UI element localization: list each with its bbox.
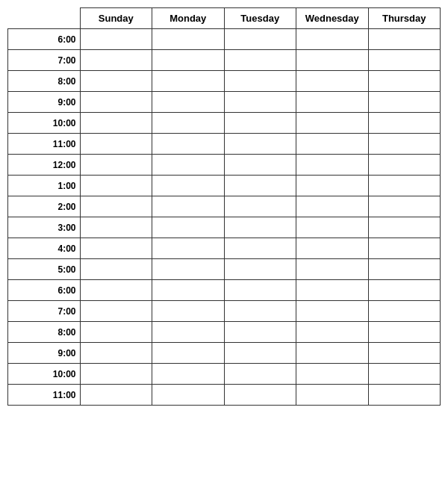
schedule-cell[interactable] (368, 196, 441, 217)
schedule-cell[interactable] (80, 217, 152, 238)
schedule-cell[interactable] (296, 196, 369, 217)
schedule-cell[interactable] (80, 50, 152, 71)
schedule-cell[interactable] (296, 50, 369, 71)
schedule-cell[interactable] (224, 176, 296, 196)
schedule-cell[interactable] (224, 301, 296, 322)
schedule-cell[interactable] (224, 113, 296, 134)
schedule-cell[interactable] (152, 364, 225, 385)
schedule-cell[interactable] (80, 259, 152, 280)
schedule-cell[interactable] (368, 322, 441, 343)
schedule-cell[interactable] (80, 238, 152, 259)
table-row[interactable]: 9:00 (8, 343, 441, 364)
schedule-cell[interactable] (224, 322, 296, 343)
schedule-cell[interactable] (152, 134, 225, 155)
schedule-cell[interactable] (296, 134, 369, 155)
schedule-cell[interactable] (224, 71, 296, 92)
schedule-cell[interactable] (152, 301, 225, 322)
schedule-cell[interactable] (224, 92, 296, 113)
schedule-cell[interactable] (80, 343, 152, 364)
table-row[interactable]: 2:00 (8, 196, 441, 217)
schedule-cell[interactable] (224, 280, 296, 301)
schedule-cell[interactable] (80, 71, 152, 92)
schedule-cell[interactable] (296, 217, 369, 238)
schedule-cell[interactable] (296, 280, 369, 301)
schedule-cell[interactable] (152, 238, 225, 259)
table-row[interactable]: 4:00 (8, 238, 441, 259)
table-row[interactable]: 3:00 (8, 217, 441, 238)
schedule-cell[interactable] (368, 29, 441, 50)
table-row[interactable]: 11:00 (8, 385, 441, 406)
schedule-cell[interactable] (296, 364, 369, 385)
schedule-cell[interactable] (296, 71, 369, 92)
table-row[interactable]: 7:00 (8, 301, 441, 322)
schedule-cell[interactable] (296, 113, 369, 134)
schedule-cell[interactable] (152, 113, 225, 134)
table-row[interactable]: 5:00 (8, 259, 441, 280)
schedule-cell[interactable] (80, 385, 152, 406)
schedule-cell[interactable] (152, 343, 225, 364)
schedule-cell[interactable] (368, 113, 441, 134)
table-row[interactable]: 8:00 (8, 322, 441, 343)
schedule-cell[interactable] (80, 196, 152, 217)
schedule-cell[interactable] (224, 29, 296, 50)
schedule-cell[interactable] (80, 92, 152, 113)
schedule-cell[interactable] (152, 322, 225, 343)
table-row[interactable]: 1:00 (8, 176, 441, 196)
schedule-cell[interactable] (368, 364, 441, 385)
schedule-cell[interactable] (224, 385, 296, 406)
schedule-cell[interactable] (152, 50, 225, 71)
table-row[interactable]: 7:00 (8, 50, 441, 71)
schedule-cell[interactable] (296, 155, 369, 176)
table-row[interactable]: 6:00 (8, 29, 441, 50)
schedule-cell[interactable] (152, 280, 225, 301)
schedule-cell[interactable] (224, 155, 296, 176)
schedule-cell[interactable] (368, 385, 441, 406)
schedule-cell[interactable] (368, 238, 441, 259)
schedule-cell[interactable] (368, 134, 441, 155)
schedule-cell[interactable] (224, 259, 296, 280)
schedule-cell[interactable] (80, 280, 152, 301)
schedule-cell[interactable] (224, 217, 296, 238)
schedule-cell[interactable] (80, 113, 152, 134)
schedule-cell[interactable] (368, 280, 441, 301)
schedule-cell[interactable] (224, 134, 296, 155)
schedule-cell[interactable] (368, 301, 441, 322)
table-row[interactable]: 8:00 (8, 71, 441, 92)
schedule-cell[interactable] (368, 217, 441, 238)
schedule-cell[interactable] (224, 364, 296, 385)
schedule-cell[interactable] (368, 92, 441, 113)
schedule-cell[interactable] (368, 50, 441, 71)
schedule-cell[interactable] (152, 155, 225, 176)
table-row[interactable]: 10:00 (8, 364, 441, 385)
schedule-cell[interactable] (80, 155, 152, 176)
schedule-cell[interactable] (368, 155, 441, 176)
table-row[interactable]: 11:00 (8, 134, 441, 155)
schedule-cell[interactable] (368, 259, 441, 280)
schedule-cell[interactable] (152, 217, 225, 238)
schedule-cell[interactable] (296, 259, 369, 280)
schedule-cell[interactable] (296, 238, 369, 259)
schedule-cell[interactable] (152, 196, 225, 217)
schedule-cell[interactable] (152, 71, 225, 92)
schedule-cell[interactable] (224, 238, 296, 259)
schedule-cell[interactable] (368, 176, 441, 196)
schedule-cell[interactable] (296, 176, 369, 196)
schedule-cell[interactable] (152, 92, 225, 113)
schedule-cell[interactable] (80, 29, 152, 50)
schedule-cell[interactable] (80, 322, 152, 343)
schedule-cell[interactable] (296, 92, 369, 113)
schedule-cell[interactable] (80, 364, 152, 385)
schedule-cell[interactable] (296, 322, 369, 343)
schedule-cell[interactable] (296, 343, 369, 364)
schedule-cell[interactable] (152, 385, 225, 406)
schedule-cell[interactable] (80, 134, 152, 155)
schedule-cell[interactable] (80, 301, 152, 322)
schedule-cell[interactable] (296, 29, 369, 50)
schedule-cell[interactable] (368, 71, 441, 92)
schedule-cell[interactable] (368, 343, 441, 364)
table-row[interactable]: 10:00 (8, 113, 441, 134)
schedule-cell[interactable] (80, 176, 152, 196)
schedule-cell[interactable] (296, 385, 369, 406)
schedule-cell[interactable] (152, 259, 225, 280)
schedule-cell[interactable] (296, 301, 369, 322)
